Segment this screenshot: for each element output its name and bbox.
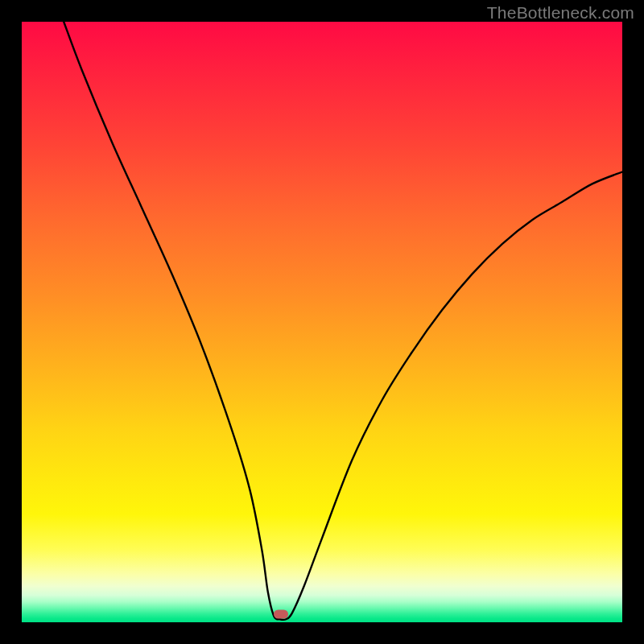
- bottleneck-curve: [22, 22, 622, 622]
- plot-area: [22, 22, 622, 622]
- watermark-text: TheBottleneck.com: [487, 3, 634, 23]
- chart-frame: TheBottleneck.com: [0, 0, 644, 644]
- optimum-marker: [274, 609, 288, 618]
